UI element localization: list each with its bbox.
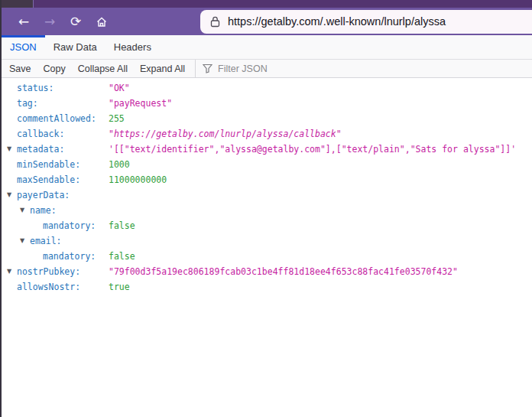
json-key: allowsNostr: bbox=[17, 279, 80, 295]
url-text: https://getalby.com/.well-known/lnurlp/a… bbox=[228, 15, 446, 28]
toolbar-buttons-container: SaveCopyCollapse AllExpand All bbox=[3, 60, 191, 77]
url-bar[interactable]: https://getalby.com/.well-known/lnurlp/a… bbox=[200, 10, 532, 34]
json-value: 255 bbox=[109, 111, 125, 126]
json-key: minSendable: bbox=[17, 157, 80, 172]
json-key: email: bbox=[30, 233, 62, 249]
collapse-toggle-icon[interactable]: ▼ bbox=[7, 142, 17, 157]
json-key: metadata: bbox=[17, 142, 64, 157]
json-value: true bbox=[109, 279, 130, 295]
json-row[interactable]: status:"OK" bbox=[2, 80, 532, 96]
collapse-toggle-icon[interactable]: ▼ bbox=[7, 187, 17, 203]
json-key: callback: bbox=[17, 126, 64, 142]
back-icon[interactable]: ← bbox=[12, 10, 35, 33]
expand-all-button[interactable]: Expand All bbox=[134, 60, 191, 77]
json-value: "79f00d3f5a19ec806189fcab03c1be4ff81d18e… bbox=[109, 264, 458, 279]
json-key: payerData: bbox=[17, 187, 70, 203]
json-key: mandatory: bbox=[43, 249, 96, 264]
tab-json[interactable]: JSON bbox=[2, 35, 45, 59]
json-value: false bbox=[109, 249, 135, 264]
json-value: "OK" bbox=[109, 80, 130, 96]
json-tree: status:"OK"tag:"payRequest"commentAllowe… bbox=[2, 78, 532, 295]
json-row[interactable]: mandatory:false bbox=[2, 249, 532, 264]
json-row[interactable]: ▼email: bbox=[2, 233, 532, 249]
lock-icon[interactable] bbox=[210, 16, 220, 28]
json-row[interactable]: ▼nostrPubkey:"79f00d3f5a19ec806189fcab03… bbox=[2, 264, 532, 279]
copy-button[interactable]: Copy bbox=[37, 60, 72, 77]
json-key: commentAllowed: bbox=[17, 111, 96, 126]
reload-icon[interactable]: ⟳ bbox=[64, 10, 87, 33]
json-row[interactable]: ▼name: bbox=[2, 203, 532, 218]
save-button[interactable]: Save bbox=[3, 60, 37, 77]
json-row[interactable]: callback:"https://getalby.com/lnurlp/aly… bbox=[2, 126, 532, 142]
collapse-toggle-icon[interactable]: ▼ bbox=[7, 264, 17, 279]
filter-container bbox=[196, 64, 532, 74]
browser-window: ← → ⟳ https://getalby.com/.well-known/ln… bbox=[0, 0, 532, 417]
collapse-toggle-icon[interactable]: ▼ bbox=[20, 203, 30, 218]
json-key: name: bbox=[30, 203, 57, 218]
json-value: "payRequest" bbox=[109, 96, 172, 111]
json-row[interactable]: ▼metadata:'[["text/identifier","alyssa@g… bbox=[2, 142, 532, 157]
json-row[interactable]: tag:"payRequest" bbox=[2, 96, 532, 111]
json-key: mandatory: bbox=[43, 218, 96, 233]
filter-json-input[interactable] bbox=[218, 64, 532, 74]
json-value: 11000000000 bbox=[109, 172, 167, 187]
collapse-toggle-icon[interactable]: ▼ bbox=[20, 233, 30, 249]
json-value-link[interactable]: "https://getalby.com/lnurlp/alyssa/callb… bbox=[109, 126, 342, 142]
json-row[interactable]: commentAllowed:255 bbox=[2, 111, 532, 126]
json-value: false bbox=[109, 218, 135, 233]
json-row[interactable]: mandatory:false bbox=[2, 218, 532, 233]
tab-headers[interactable]: Headers bbox=[105, 35, 160, 59]
filter-funnel-icon bbox=[203, 64, 212, 73]
json-key: maxSendable: bbox=[17, 172, 80, 187]
tab-raw-data[interactable]: Raw Data bbox=[45, 35, 105, 59]
browser-tab-strip[interactable] bbox=[2, 0, 34, 8]
home-icon[interactable] bbox=[90, 10, 113, 33]
devtools-tab-bar: JSONRaw DataHeaders bbox=[2, 35, 532, 60]
json-row[interactable]: minSendable:1000 bbox=[2, 157, 532, 172]
json-value: '[["text/identifier","alyssa@getalby.com… bbox=[109, 142, 516, 157]
json-row[interactable]: maxSendable:11000000000 bbox=[2, 172, 532, 187]
json-key: nostrPubkey: bbox=[17, 264, 80, 279]
collapse-all-button[interactable]: Collapse All bbox=[72, 60, 134, 77]
forward-icon[interactable]: → bbox=[38, 10, 61, 33]
devtools-toolbar: SaveCopyCollapse AllExpand All bbox=[2, 60, 532, 78]
json-key: tag: bbox=[17, 96, 38, 111]
json-value: 1000 bbox=[109, 157, 130, 172]
browser-navbar: ← → ⟳ https://getalby.com/.well-known/ln… bbox=[2, 8, 532, 35]
json-row[interactable]: ▼payerData: bbox=[2, 187, 532, 203]
json-row[interactable]: allowsNostr:true bbox=[2, 279, 532, 295]
json-key: status: bbox=[17, 80, 54, 96]
browser-titlebar bbox=[2, 0, 532, 8]
